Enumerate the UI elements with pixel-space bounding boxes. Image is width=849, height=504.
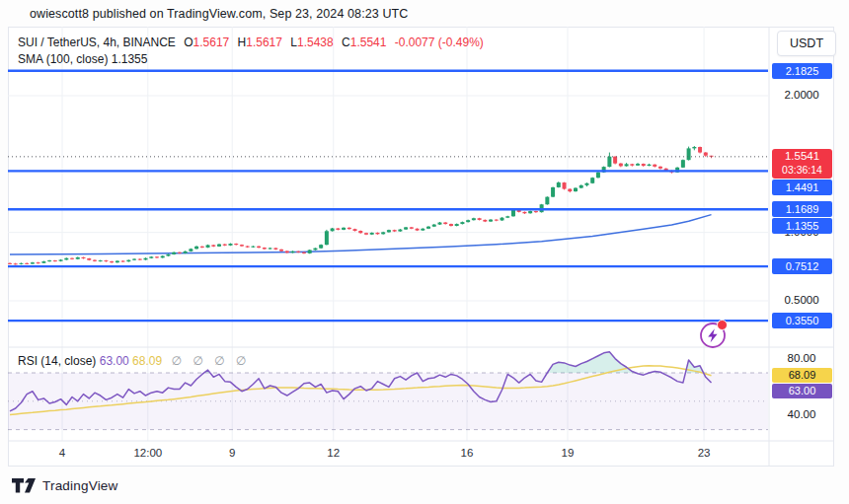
last-price-value: 1.5541 (772, 149, 832, 164)
ohlc-high-label: H (238, 36, 247, 49)
sma-label: SMA (100, close) (18, 52, 108, 66)
ohlc-open-value: 1.5617 (193, 36, 230, 49)
rsi-label: RSI (14, close) (18, 354, 96, 368)
sma-value-label: 1.1355 (772, 218, 832, 234)
price-scale-label: 0.5000 (769, 294, 834, 306)
sma-legend[interactable]: SMA (100, close) 1.1355 (18, 52, 147, 66)
change-value: -0.0077 (-0.49%) (395, 36, 484, 49)
rsi-value-label: 63.00 (772, 384, 832, 398)
last-price-label: 1.554103:36:14 (772, 149, 832, 179)
chart-canvas[interactable] (0, 0, 849, 504)
ray-price-label: 2.1825 (772, 63, 832, 79)
time-axis[interactable]: 412:00912161923 (8, 442, 834, 467)
rsi-ma-current-value: 68.09 (132, 354, 162, 368)
time-tick-label: 12:00 (133, 447, 162, 459)
ohlc-close-label: C (342, 36, 350, 49)
footer-brand-text: TradingView (42, 478, 118, 493)
rsi-scale-label: 80.00 (769, 352, 834, 364)
sma-current-value: 1.1355 (112, 52, 148, 66)
rsi-scale-label: 40.00 (769, 408, 834, 420)
symbol-legend[interactable]: SUI / TetherUS, 4h, BINANCE O1.5617 H1.5… (18, 36, 484, 49)
symbol-title: SUI / TetherUS, 4h, BINANCE (18, 36, 176, 49)
ray-price-label: 1.1689 (772, 201, 832, 217)
time-tick-label: 23 (698, 447, 711, 459)
ray-price-label: 1.4491 (772, 180, 832, 195)
time-tick-label: 4 (59, 447, 65, 459)
tradingview-chart-page: owiescott8 published on TradingView.com,… (0, 0, 849, 504)
ray-price-label: 0.3550 (772, 313, 832, 328)
tradingview-logo-icon (12, 478, 36, 493)
boost-badge[interactable] (699, 322, 727, 349)
ohlc-low-value: 1.5438 (297, 36, 334, 49)
footer[interactable]: TradingView (12, 478, 118, 493)
time-tick-label: 16 (461, 447, 474, 459)
ohlc-low-label: L (290, 36, 297, 49)
rsi-current-value: 63.00 (100, 354, 129, 368)
ohlc-close-value: 1.5541 (350, 36, 387, 49)
time-tick-label: 12 (327, 447, 340, 459)
ohlc-open-label: O (184, 36, 193, 49)
ohlc-high-value: 1.5617 (246, 36, 282, 49)
notification-dot (717, 320, 728, 330)
rsi-empty-params: ∅ ∅ ∅ ∅ (171, 354, 250, 368)
time-tick-label: 9 (229, 447, 235, 459)
ray-price-label: 0.7512 (772, 258, 832, 274)
bar-countdown: 03:36:14 (772, 164, 832, 177)
price-scale-label: 2.0000 (769, 89, 834, 101)
rsi-legend[interactable]: RSI (14, close) 63.00 68.09 ∅ ∅ ∅ ∅ (18, 354, 250, 368)
price-scale[interactable]: 2.00001.00000.500080.0040.002.18251.5541… (769, 27, 835, 441)
rsi-ma-value-label: 68.09 (772, 368, 832, 383)
time-tick-label: 19 (562, 447, 575, 459)
